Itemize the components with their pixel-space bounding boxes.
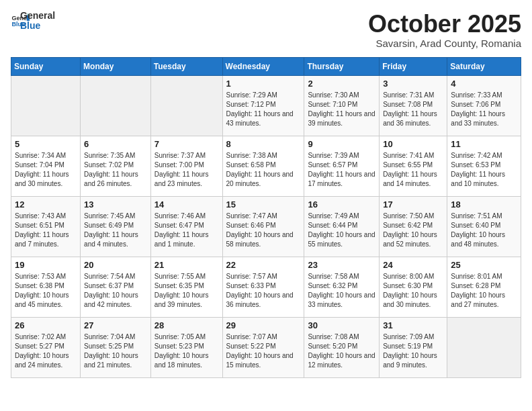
calendar-cell: 31Sunrise: 7:09 AM Sunset: 5:19 PM Dayli… [380, 317, 447, 377]
day-number: 13 [84, 199, 147, 210]
calendar-cell: 13Sunrise: 7:45 AM Sunset: 6:49 PM Dayli… [81, 196, 151, 257]
day-number: 30 [308, 320, 375, 330]
page-header: General Blue General Blue October 2025 S… [11, 11, 521, 49]
day-info: Sunrise: 7:39 AM Sunset: 6:57 PM Dayligh… [308, 151, 375, 189]
day-number: 19 [15, 260, 77, 270]
calendar-cell: 4Sunrise: 7:33 AM Sunset: 7:06 PM Daylig… [447, 75, 521, 136]
title-block: October 2025 Savarsin, Arad County, Roma… [368, 11, 521, 49]
day-info: Sunrise: 7:35 AM Sunset: 7:02 PM Dayligh… [84, 151, 147, 189]
weekday-header-wednesday: Wednesday [222, 57, 304, 75]
day-info: Sunrise: 7:34 AM Sunset: 7:04 PM Dayligh… [15, 151, 77, 189]
day-info: Sunrise: 7:07 AM Sunset: 5:22 PM Dayligh… [226, 332, 301, 370]
day-number: 22 [226, 260, 301, 270]
day-number: 25 [451, 260, 517, 270]
day-info: Sunrise: 7:42 AM Sunset: 6:53 PM Dayligh… [451, 151, 517, 189]
calendar-header: SundayMondayTuesdayWednesdayThursdayFrid… [11, 57, 521, 75]
calendar-cell [81, 75, 151, 136]
day-number: 10 [383, 139, 443, 149]
day-number: 8 [226, 139, 301, 149]
day-number: 15 [226, 199, 301, 210]
day-number: 26 [15, 320, 77, 330]
day-info: Sunrise: 7:37 AM Sunset: 7:00 PM Dayligh… [154, 151, 219, 189]
day-number: 4 [451, 79, 517, 89]
day-info: Sunrise: 7:54 AM Sunset: 6:37 PM Dayligh… [84, 272, 147, 310]
day-number: 24 [383, 260, 443, 270]
day-info: Sunrise: 7:08 AM Sunset: 5:20 PM Dayligh… [308, 332, 375, 370]
calendar-cell: 7Sunrise: 7:37 AM Sunset: 7:00 PM Daylig… [150, 136, 222, 196]
calendar-cell [150, 75, 222, 136]
day-info: Sunrise: 7:04 AM Sunset: 5:25 PM Dayligh… [84, 332, 147, 370]
weekday-header-monday: Monday [81, 57, 151, 75]
weekday-header-row: SundayMondayTuesdayWednesdayThursdayFrid… [11, 57, 521, 75]
day-number: 23 [308, 260, 375, 270]
calendar-cell: 23Sunrise: 7:58 AM Sunset: 6:32 PM Dayli… [304, 257, 380, 317]
calendar-cell: 11Sunrise: 7:42 AM Sunset: 6:53 PM Dayli… [447, 136, 521, 196]
weekday-header-friday: Friday [380, 57, 447, 75]
day-info: Sunrise: 7:55 AM Sunset: 6:35 PM Dayligh… [154, 272, 219, 310]
calendar-cell: 5Sunrise: 7:34 AM Sunset: 7:04 PM Daylig… [11, 136, 81, 196]
day-number: 7 [154, 139, 219, 149]
calendar-cell: 15Sunrise: 7:47 AM Sunset: 6:46 PM Dayli… [222, 196, 304, 257]
weekday-header-sunday: Sunday [11, 57, 81, 75]
calendar-cell: 21Sunrise: 7:55 AM Sunset: 6:35 PM Dayli… [150, 257, 222, 317]
day-number: 14 [154, 199, 219, 210]
day-info: Sunrise: 7:45 AM Sunset: 6:49 PM Dayligh… [84, 212, 147, 249]
day-info: Sunrise: 7:50 AM Sunset: 6:42 PM Dayligh… [383, 212, 443, 249]
calendar-body: 1Sunrise: 7:29 AM Sunset: 7:12 PM Daylig… [11, 75, 521, 377]
calendar-week-row: 12Sunrise: 7:43 AM Sunset: 6:51 PM Dayli… [11, 196, 521, 257]
day-number: 28 [154, 320, 219, 330]
day-info: Sunrise: 7:49 AM Sunset: 6:44 PM Dayligh… [308, 212, 375, 249]
calendar-cell: 17Sunrise: 7:50 AM Sunset: 6:42 PM Dayli… [380, 196, 447, 257]
calendar-cell [447, 317, 521, 377]
day-info: Sunrise: 7:57 AM Sunset: 6:33 PM Dayligh… [226, 272, 301, 310]
day-info: Sunrise: 7:05 AM Sunset: 5:23 PM Dayligh… [154, 332, 219, 370]
calendar-cell: 1Sunrise: 7:29 AM Sunset: 7:12 PM Daylig… [222, 75, 304, 136]
day-info: Sunrise: 8:00 AM Sunset: 6:30 PM Dayligh… [383, 272, 443, 310]
logo: General Blue General Blue [11, 11, 55, 32]
weekday-header-tuesday: Tuesday [150, 57, 222, 75]
day-number: 12 [15, 199, 77, 210]
location-subtitle: Savarsin, Arad County, Romania [368, 38, 521, 49]
calendar-cell: 12Sunrise: 7:43 AM Sunset: 6:51 PM Dayli… [11, 196, 81, 257]
calendar-cell: 6Sunrise: 7:35 AM Sunset: 7:02 PM Daylig… [81, 136, 151, 196]
day-info: Sunrise: 7:58 AM Sunset: 6:32 PM Dayligh… [308, 272, 375, 310]
logo-general: General [20, 11, 55, 21]
weekday-header-saturday: Saturday [447, 57, 521, 75]
calendar-cell: 26Sunrise: 7:02 AM Sunset: 5:27 PM Dayli… [11, 317, 81, 377]
calendar-cell: 18Sunrise: 7:51 AM Sunset: 6:40 PM Dayli… [447, 196, 521, 257]
day-number: 31 [383, 320, 443, 330]
logo-blue: Blue [20, 21, 55, 31]
day-number: 17 [383, 199, 443, 210]
calendar-cell: 16Sunrise: 7:49 AM Sunset: 6:44 PM Dayli… [304, 196, 380, 257]
weekday-header-thursday: Thursday [304, 57, 380, 75]
day-number: 5 [15, 139, 77, 149]
day-info: Sunrise: 7:47 AM Sunset: 6:46 PM Dayligh… [226, 212, 301, 249]
day-info: Sunrise: 7:31 AM Sunset: 7:08 PM Dayligh… [383, 91, 443, 128]
day-info: Sunrise: 7:02 AM Sunset: 5:27 PM Dayligh… [15, 332, 77, 370]
month-title: October 2025 [368, 11, 521, 38]
day-number: 20 [84, 260, 147, 270]
day-info: Sunrise: 7:43 AM Sunset: 6:51 PM Dayligh… [15, 212, 77, 249]
day-info: Sunrise: 7:46 AM Sunset: 6:47 PM Dayligh… [154, 212, 219, 249]
calendar-cell: 30Sunrise: 7:08 AM Sunset: 5:20 PM Dayli… [304, 317, 380, 377]
calendar-cell [11, 75, 81, 136]
calendar-cell: 19Sunrise: 7:53 AM Sunset: 6:38 PM Dayli… [11, 257, 81, 317]
calendar-cell: 10Sunrise: 7:41 AM Sunset: 6:55 PM Dayli… [380, 136, 447, 196]
day-number: 21 [154, 260, 219, 270]
calendar-cell: 25Sunrise: 8:01 AM Sunset: 6:28 PM Dayli… [447, 257, 521, 317]
day-info: Sunrise: 7:09 AM Sunset: 5:19 PM Dayligh… [383, 332, 443, 370]
day-number: 16 [308, 199, 375, 210]
day-info: Sunrise: 7:41 AM Sunset: 6:55 PM Dayligh… [383, 151, 443, 189]
day-info: Sunrise: 7:30 AM Sunset: 7:10 PM Dayligh… [308, 91, 375, 128]
calendar-cell: 3Sunrise: 7:31 AM Sunset: 7:08 PM Daylig… [380, 75, 447, 136]
day-info: Sunrise: 7:51 AM Sunset: 6:40 PM Dayligh… [451, 212, 517, 249]
day-number: 11 [451, 139, 517, 149]
calendar-week-row: 26Sunrise: 7:02 AM Sunset: 5:27 PM Dayli… [11, 317, 521, 377]
day-number: 18 [451, 199, 517, 210]
calendar-cell: 20Sunrise: 7:54 AM Sunset: 6:37 PM Dayli… [81, 257, 151, 317]
day-number: 2 [308, 79, 375, 89]
day-number: 27 [84, 320, 147, 330]
day-info: Sunrise: 7:53 AM Sunset: 6:38 PM Dayligh… [15, 272, 77, 310]
day-number: 9 [308, 139, 375, 149]
day-info: Sunrise: 7:29 AM Sunset: 7:12 PM Dayligh… [226, 91, 301, 128]
